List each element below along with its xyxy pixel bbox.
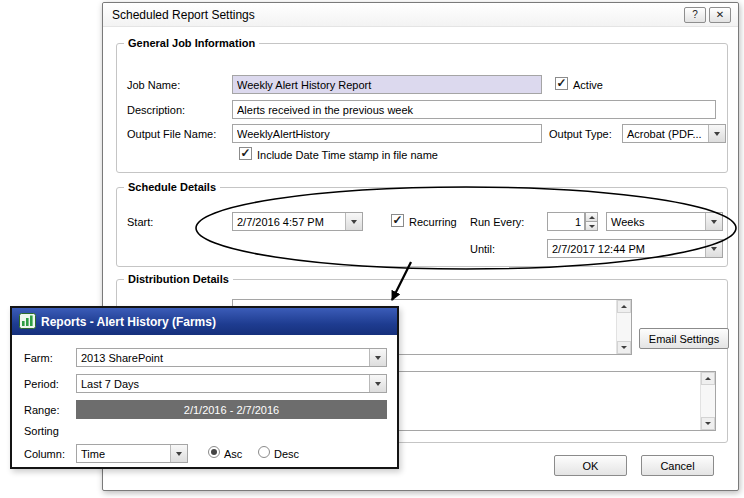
run-every-stepper [585, 212, 598, 231]
spin-down-button[interactable] [585, 222, 598, 231]
farm-select[interactable]: 2013 SharePoint [76, 348, 387, 367]
farm-label: Farm: [24, 352, 53, 364]
screen: Scheduled Report Settings ? ✕ General Jo… [0, 0, 744, 498]
dropdown-arrow-icon [708, 125, 725, 142]
start-datetime-select[interactable]: 2/7/2016 4:57 PM [232, 212, 363, 231]
cancel-button[interactable]: Cancel [641, 455, 714, 476]
scrollbar[interactable] [616, 300, 631, 354]
job-name-input[interactable] [232, 75, 542, 94]
dropdown-arrow-icon [369, 375, 386, 392]
scrollbar[interactable] [700, 372, 715, 430]
titlebar-buttons: ? ✕ [684, 7, 731, 23]
dropdown-arrow-icon [705, 213, 722, 230]
reports-dialog-title: Reports - Alert History (Farms) [41, 315, 216, 329]
distribution-group-title: Distribution Details [124, 273, 233, 285]
until-label: Until: [470, 243, 495, 255]
schedule-group-title: Schedule Details [124, 181, 220, 193]
period-select[interactable]: Last 7 Days [76, 374, 387, 393]
ok-button[interactable]: OK [554, 455, 627, 476]
recurring-label: Recurring [409, 216, 457, 228]
job-name-label: Job Name: [127, 79, 180, 91]
recurring-checkbox[interactable]: ✓ [391, 214, 404, 227]
desc-radio[interactable] [258, 446, 270, 458]
description-label: Description: [127, 104, 185, 116]
help-button[interactable]: ? [684, 7, 706, 23]
spin-up-button[interactable] [585, 212, 598, 222]
desc-label: Desc [274, 448, 299, 460]
start-label: Start: [127, 216, 153, 228]
run-every-label: Run Every: [470, 216, 524, 228]
sort-column-select[interactable]: Time [76, 444, 188, 463]
asc-label: Asc [224, 448, 242, 460]
output-type-select[interactable]: Acrobat (PDF... [622, 124, 726, 143]
dropdown-arrow-icon [170, 445, 187, 462]
checkmark-icon: ✓ [556, 77, 566, 89]
reports-title-bar[interactable]: Reports - Alert History (Farms) [12, 308, 397, 335]
scroll-down-icon[interactable] [701, 417, 715, 430]
active-checkbox[interactable]: ✓ [555, 77, 568, 90]
description-input[interactable] [232, 100, 716, 119]
close-button[interactable]: ✕ [709, 7, 731, 23]
column-label: Column: [24, 448, 65, 460]
reports-app-icon [19, 313, 36, 329]
datetime-stamp-checkbox[interactable]: ✓ [239, 147, 252, 160]
checkmark-icon: ✓ [392, 214, 402, 226]
farm-value: 2013 SharePoint [77, 349, 369, 366]
output-type-label: Output Type: [549, 128, 612, 140]
start-datetime-value: 2/7/2016 4:57 PM [233, 213, 345, 230]
asc-radio[interactable] [208, 446, 220, 458]
dropdown-arrow-icon [705, 240, 722, 257]
scroll-up-icon[interactable] [617, 300, 631, 313]
dialog-title: Scheduled Report Settings [112, 8, 255, 22]
output-file-name-label: Output File Name: [127, 128, 216, 140]
dropdown-arrow-icon [345, 213, 362, 230]
checkmark-icon: ✓ [240, 147, 250, 159]
range-label: Range: [24, 404, 59, 416]
datetime-stamp-label: Include Date Time stamp in file name [257, 149, 438, 161]
active-label: Active [573, 79, 603, 91]
reports-alert-history-dialog: Reports - Alert History (Farms) Farm: 20… [10, 306, 399, 469]
run-every-input[interactable] [547, 212, 585, 231]
until-datetime-select[interactable]: 2/7/2017 12:44 PM [547, 239, 723, 258]
email-settings-button[interactable]: Email Settings [639, 328, 729, 349]
dropdown-arrow-icon [369, 349, 386, 366]
period-label: Period: [24, 378, 59, 390]
main-title-bar[interactable]: Scheduled Report Settings [103, 3, 738, 27]
run-every-unit-select[interactable]: Weeks [606, 212, 723, 231]
close-icon: ✕ [716, 10, 724, 20]
output-file-name-input[interactable] [232, 124, 542, 143]
range-field: 2/1/2016 - 2/7/2016 [76, 400, 387, 419]
general-group-title: General Job Information [124, 37, 259, 49]
period-value: Last 7 Days [77, 375, 369, 392]
sort-column-value: Time [77, 445, 170, 462]
run-every-unit-value: Weeks [607, 213, 705, 230]
scroll-down-icon[interactable] [617, 341, 631, 354]
scroll-up-icon[interactable] [701, 372, 715, 385]
sorting-label: Sorting [24, 425, 59, 437]
help-icon: ? [692, 10, 698, 20]
output-type-value: Acrobat (PDF... [623, 125, 708, 142]
until-datetime-value: 2/7/2017 12:44 PM [548, 240, 705, 257]
